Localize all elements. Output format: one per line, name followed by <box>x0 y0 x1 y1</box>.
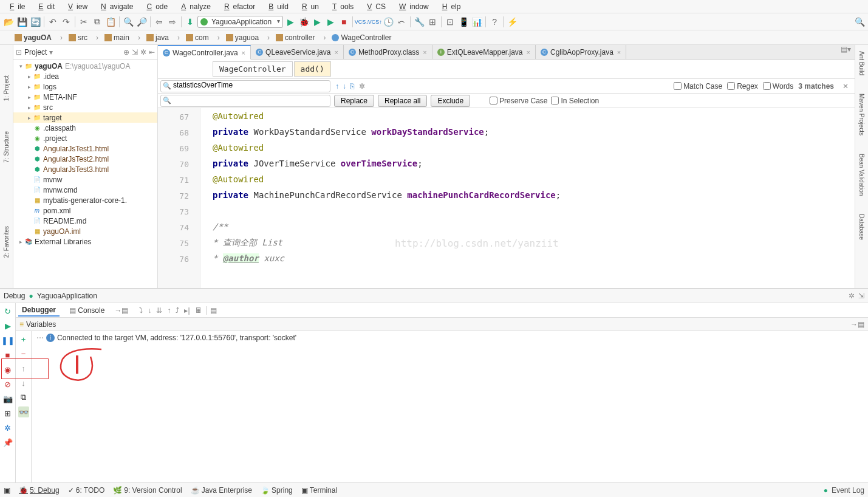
tab-close-icon[interactable]: × <box>617 49 621 56</box>
tab-methodproxy-class[interactable]: CMethodProxy.class× <box>344 45 432 59</box>
tree-meta-inf[interactable]: ▸📁META-INF <box>13 92 157 102</box>
tab-close-icon[interactable]: × <box>423 49 426 56</box>
tabs-list-icon[interactable]: ▤▾ <box>841 45 851 53</box>
status-event-log[interactable]: Event Log <box>832 486 864 495</box>
menu-vcs[interactable]: VCS <box>360 1 389 12</box>
monitor-icon[interactable]: 📊 <box>471 16 483 28</box>
tool-structure[interactable]: 7: Structure <box>3 131 10 163</box>
menu-file[interactable]: File <box>2 1 29 12</box>
drop-frame-icon[interactable]: ⤴ <box>174 306 180 315</box>
console-tab[interactable]: ▤ Console <box>66 305 108 316</box>
up-icon[interactable]: ↑ <box>18 363 29 374</box>
find-settings-icon[interactable]: ✲ <box>359 82 365 91</box>
run-to-cursor-icon[interactable]: ▸| <box>183 306 191 315</box>
words-checkbox[interactable]: Words <box>763 82 793 91</box>
crumb-yaguoa[interactable]: yaguoa <box>214 32 264 43</box>
crumb-class[interactable]: WageController <box>213 61 293 77</box>
mute-breakpoints-icon[interactable]: ⊘ <box>2 379 13 389</box>
force-step-into-icon[interactable]: ⇊ <box>155 306 163 315</box>
tree-mvnw-cmd[interactable]: 📄mvnw.cmd <box>13 185 157 195</box>
search-everywhere-icon[interactable]: 🔍 <box>853 16 866 28</box>
layout-restore-icon[interactable]: ▤ <box>206 306 218 315</box>
preserve-case-checkbox[interactable]: Preserve Case <box>490 97 547 105</box>
status-debug[interactable]: 🐞 5: Debug <box>19 486 60 495</box>
crumb-wagecontroller[interactable]: WageController <box>320 32 396 43</box>
layout-icon[interactable]: ⊞ <box>2 408 13 419</box>
menu-tools[interactable]: Tools <box>325 1 357 12</box>
run-icon[interactable]: ▶ <box>284 16 296 28</box>
tab-close-icon[interactable]: × <box>527 49 530 56</box>
tree-target[interactable]: ▸📁target <box>13 112 157 123</box>
step-over-icon[interactable]: ⤵ <box>138 306 144 315</box>
exclude-button[interactable]: Exclude <box>431 95 470 107</box>
tree--classpath[interactable]: ◉.classpath <box>13 123 157 133</box>
status-vcs[interactable]: 🌿 9: Version Control <box>113 486 182 495</box>
vcs-history-icon[interactable]: 🕓 <box>382 16 394 28</box>
crumb-com[interactable]: com <box>174 32 214 43</box>
coverage-icon[interactable]: ▶ <box>311 16 323 28</box>
match-case-checkbox[interactable]: Match Case <box>674 82 722 91</box>
pin-icon[interactable]: 📌 <box>2 437 13 448</box>
tree-yaguoa-iml[interactable]: ▦yaguOA.iml <box>13 226 157 236</box>
status-java-ee[interactable]: ☕ Java Enterprise <box>191 486 252 495</box>
vcs-revert-icon[interactable]: ⤺ <box>395 16 408 28</box>
menu-view[interactable]: View <box>61 1 91 12</box>
debug-more-settings-icon[interactable]: ✲ <box>2 422 13 433</box>
show-watches-icon[interactable]: 👓 <box>18 406 29 417</box>
view-breakpoints-icon[interactable]: ◉ <box>2 364 13 375</box>
tab-close-icon[interactable]: × <box>334 49 338 56</box>
step-into-icon[interactable]: ↓ <box>146 306 152 315</box>
scroll-from-source-icon[interactable]: ⊕ <box>123 48 129 57</box>
settings-icon[interactable]: 🔧 <box>413 16 425 28</box>
tool-maven[interactable]: Maven Projects <box>858 94 865 135</box>
redo-icon[interactable]: ↷ <box>60 16 72 28</box>
step-out-icon[interactable]: ↑ <box>166 306 172 315</box>
menu-help[interactable]: Help <box>435 1 465 12</box>
find-icon[interactable]: 🔍 <box>122 16 134 28</box>
open-icon[interactable]: 📂 <box>2 16 15 28</box>
settings-tree-icon[interactable]: ✲ <box>140 48 146 57</box>
project-tree[interactable]: ▾📁yaguOAE:\yaguoa1\yaguOA▸📁.idea▸📁logs▸📁… <box>13 60 157 288</box>
undo-icon[interactable]: ↶ <box>47 16 59 28</box>
menu-window[interactable]: Window <box>392 1 432 12</box>
tree-readme-md[interactable]: 📄README.md <box>13 216 157 226</box>
status-spring[interactable]: 🍃 Spring <box>261 486 293 495</box>
tab-wagecontroller-java[interactable]: CWageController.java× <box>158 45 251 60</box>
run-config-selector[interactable]: YaguoaApplication <box>197 16 283 28</box>
regex-checkbox[interactable]: Regex <box>727 82 758 91</box>
crumb-yaguoa[interactable]: yaguOA <box>2 32 56 43</box>
tree-mvnw[interactable]: 📄mvnw <box>13 174 157 185</box>
help-icon[interactable]: ? <box>488 16 501 28</box>
find-close-icon[interactable]: ✕ <box>839 82 852 91</box>
add-watch-icon[interactable]: + <box>18 334 29 344</box>
cut-icon[interactable]: ✂ <box>78 16 90 28</box>
profile-icon[interactable]: ▶ <box>324 16 337 28</box>
tool-favorites[interactable]: 2: Favorites <box>3 226 10 258</box>
vcs-update-icon[interactable]: VCS↓ <box>355 16 367 28</box>
in-selection-checkbox[interactable]: In Selection <box>551 97 599 105</box>
back-icon[interactable]: ⇦ <box>153 16 165 28</box>
variables-pin-icon[interactable]: →▤ <box>850 320 864 329</box>
build-icon[interactable]: ⬇ <box>184 16 196 28</box>
jrebel-icon[interactable]: ⚡ <box>506 16 518 28</box>
tab-close-icon[interactable]: × <box>242 49 245 57</box>
status-corner-icon[interactable]: ▣ <box>4 486 10 495</box>
find-next-icon[interactable]: ↓ <box>343 82 346 91</box>
tree-angularjstest1-html[interactable]: ⬢AngularJsTest1.html <box>13 143 157 154</box>
status-todo[interactable]: ✓ 6: TODO <box>68 486 105 495</box>
paste-icon[interactable]: 📋 <box>104 16 117 28</box>
find-prev-icon[interactable]: ↑ <box>335 82 339 91</box>
debug-hide-icon[interactable]: ⇲ <box>858 292 864 300</box>
rerun-icon[interactable]: ↻ <box>2 306 13 317</box>
crumb-main[interactable]: main <box>92 32 134 43</box>
tree--b-yaguoa-b-[interactable]: ▾📁yaguOAE:\yaguoa1\yaguOA <box>13 61 157 71</box>
tree-mybatis-generator-core-1-[interactable]: ▦mybatis-generator-core-1. <box>13 195 157 205</box>
status-terminal[interactable]: ▣ Terminal <box>301 486 337 495</box>
crumb-method[interactable]: add() <box>294 61 331 77</box>
menu-refactor[interactable]: Refactor <box>217 1 259 12</box>
replace-all-button[interactable]: Replace all <box>378 95 427 107</box>
sync-icon[interactable]: 🔄 <box>29 16 41 28</box>
replace-input[interactable] <box>173 95 318 104</box>
find-select-all-icon[interactable]: ⎘ <box>350 82 354 91</box>
tab-qleaveservice-java[interactable]: CQLeaveService.java× <box>251 45 344 59</box>
